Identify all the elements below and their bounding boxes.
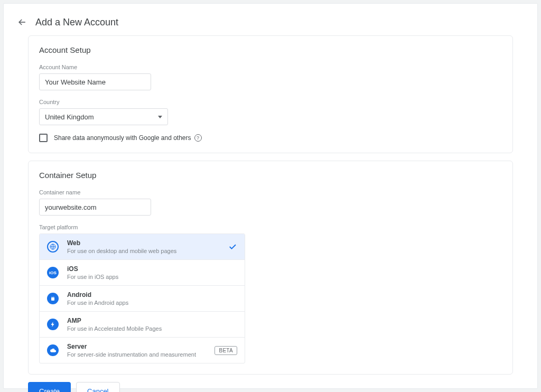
platform-amp[interactable]: AMP For use in Accelerated Mobile Pages (40, 311, 245, 337)
container-name-field: Container name (39, 189, 502, 216)
account-name-input[interactable] (39, 73, 151, 90)
share-data-label: Share data anonymously with Google and o… (54, 134, 202, 142)
page-title: Add a New Account (35, 17, 118, 28)
platform-desc: For use in Android apps (67, 300, 237, 306)
cloud-icon (47, 344, 59, 356)
account-name-label: Account Name (39, 64, 502, 70)
create-button[interactable]: Create (28, 382, 71, 392)
page: Add a New Account Account Setup Account … (3, 3, 538, 389)
country-label: Country (39, 99, 502, 105)
platform-list: Web For use on desktop and mobile web pa… (39, 234, 245, 363)
country-field: Country United Kingdom (39, 99, 502, 125)
platform-ios[interactable]: iOS iOS For use in iOS apps (40, 259, 245, 285)
action-buttons: Create Cancel (28, 382, 513, 392)
container-name-input[interactable] (39, 199, 151, 216)
platform-server[interactable]: Server For server-side instrumentation a… (40, 337, 245, 363)
country-select[interactable]: United Kingdom (39, 108, 168, 125)
beta-badge: BETA (214, 346, 237, 355)
container-setup-heading: Container Setup (39, 171, 502, 180)
container-setup-card: Container Setup Container name Target pl… (28, 161, 513, 375)
back-arrow-icon[interactable] (16, 16, 28, 28)
account-setup-card: Account Setup Account Name Country Unite… (28, 35, 513, 153)
platform-title: AMP (67, 317, 237, 324)
country-value: United Kingdom (45, 113, 94, 121)
globe-icon (47, 241, 59, 253)
platform-desc: For use in iOS apps (67, 274, 237, 280)
android-icon (47, 293, 59, 304)
page-header: Add a New Account (4, 13, 537, 35)
platform-web[interactable]: Web For use on desktop and mobile web pa… (40, 234, 245, 259)
account-setup-heading: Account Setup (39, 45, 502, 54)
platform-android[interactable]: Android For use in Android apps (40, 285, 245, 311)
platform-desc: For server-side instrumentation and meas… (67, 351, 214, 358)
share-data-checkbox[interactable] (39, 134, 48, 142)
share-data-row: Share data anonymously with Google and o… (39, 134, 502, 142)
platform-title: Web (67, 239, 237, 247)
target-platform-label: Target platform (39, 224, 502, 230)
account-name-field: Account Name (39, 64, 502, 90)
cancel-button[interactable]: Cancel (76, 382, 119, 392)
help-icon[interactable]: ? (194, 134, 202, 142)
platform-title: Android (67, 291, 237, 298)
ios-icon: iOS (47, 267, 59, 278)
chevron-down-icon (158, 116, 162, 118)
share-data-text: Share data anonymously with Google and o… (54, 134, 191, 142)
platform-title: Server (67, 343, 214, 350)
amp-icon (47, 319, 59, 330)
check-icon (228, 242, 237, 251)
platform-desc: For use on desktop and mobile web pages (67, 248, 237, 254)
container-name-label: Container name (39, 189, 502, 195)
platform-desc: For use in Accelerated Mobile Pages (67, 325, 237, 332)
platform-title: iOS (67, 265, 237, 273)
